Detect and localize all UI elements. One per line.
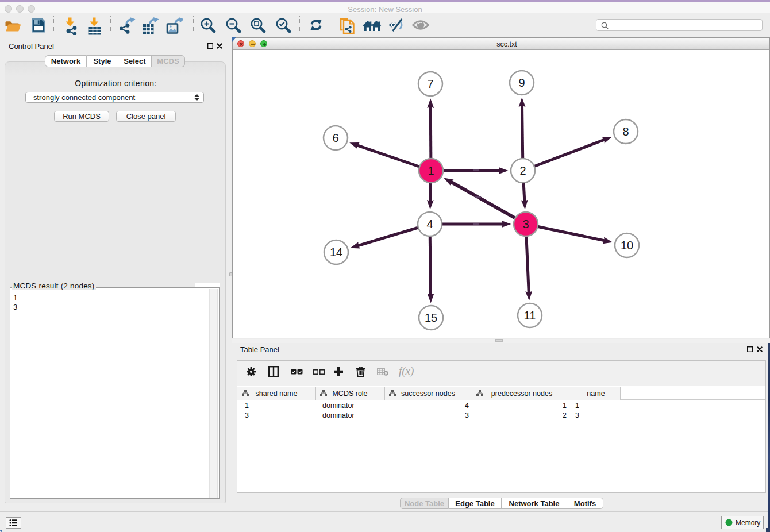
svg-text:1: 1 (428, 164, 434, 177)
svg-text:9: 9 (518, 76, 525, 89)
svg-text:8: 8 (622, 125, 629, 138)
svg-text:11: 11 (524, 309, 536, 322)
svg-text:7: 7 (427, 78, 433, 90)
svg-text:14: 14 (330, 246, 342, 259)
svg-text:3: 3 (522, 218, 529, 230)
svg-text:2: 2 (519, 164, 526, 177)
svg-text:10: 10 (621, 239, 633, 252)
svg-text:6: 6 (332, 132, 338, 144)
svg-text:4: 4 (426, 218, 433, 230)
svg-text:15: 15 (425, 311, 437, 324)
